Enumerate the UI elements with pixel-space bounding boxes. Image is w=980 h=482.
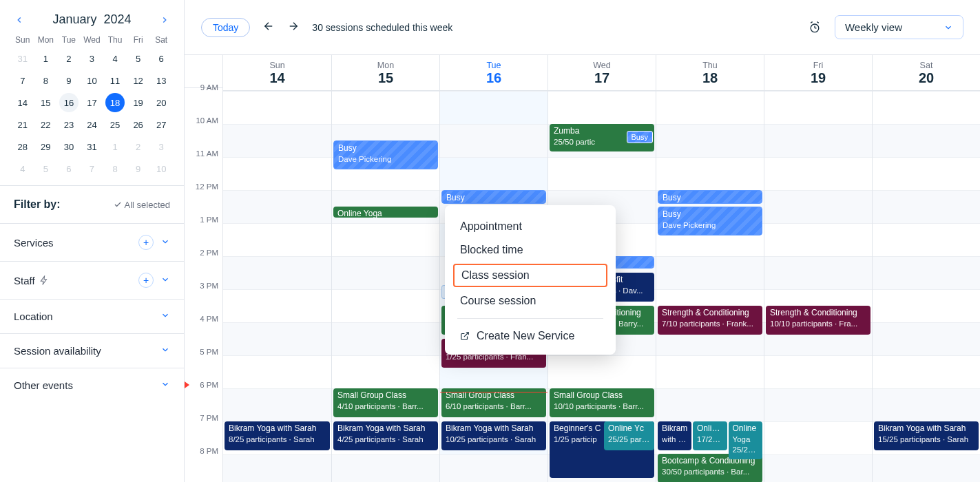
calendar-event[interactable]: Small Group Class10/10 participants · Ba… <box>550 388 654 417</box>
day-column[interactable]: Bikram Yoga with Sarah8/25 participants … <box>223 91 331 482</box>
mini-calendar-day[interactable]: 8 <box>36 71 55 90</box>
filter-services[interactable]: Services + <box>0 223 184 261</box>
mini-calendar-day[interactable]: 27 <box>152 115 171 134</box>
mini-calendar-day[interactable]: 1 <box>36 49 55 68</box>
day-column[interactable]: Strength & Conditioning10/10 participant… <box>764 91 872 482</box>
day-column[interactable]: Bikram Yoga with Sarah15/25 participants… <box>872 91 980 482</box>
mini-calendar-day[interactable]: 28 <box>13 137 32 156</box>
view-selector[interactable]: Weekly view <box>835 15 963 39</box>
mini-calendar-day[interactable]: 13 <box>152 71 171 90</box>
now-indicator <box>185 381 189 388</box>
filter-staff[interactable]: Staff + <box>0 261 184 299</box>
popup-create-new-service[interactable]: Create New Service <box>445 324 616 348</box>
mini-calendar-day[interactable]: 7 <box>13 71 32 90</box>
mini-calendar-day[interactable]: 3 <box>82 49 101 68</box>
filter-location[interactable]: Location <box>0 299 184 333</box>
mini-calendar-day[interactable]: 6 <box>152 49 171 68</box>
add-service-button[interactable]: + <box>138 235 154 250</box>
mini-calendar-day[interactable]: 7 <box>82 159 101 178</box>
popup-appointment[interactable]: Appointment <box>445 215 616 238</box>
mini-calendar-day[interactable]: 29 <box>36 137 55 156</box>
mini-calendar-day[interactable]: 1 <box>105 137 125 156</box>
mini-calendar-day[interactable]: 2 <box>129 137 148 156</box>
mini-calendar-day[interactable]: 11 <box>105 71 125 90</box>
mini-calendar-day[interactable]: 4 <box>13 159 32 178</box>
next-month-button[interactable] <box>158 13 171 27</box>
time-column: 9 AM10 AM11 AM12 PM1 PM2 PM3 PM4 PM5 PM6… <box>185 55 223 482</box>
calendar-event[interactable]: Small Group Class4/10 participants · Bar… <box>333 388 438 417</box>
calendar-event[interactable]: Busy <box>441 190 546 204</box>
popup-class-session[interactable]: Class session <box>453 264 607 287</box>
day-header: Sat20 <box>872 55 980 90</box>
calendar-event[interactable]: BusyDave Pickering <box>658 207 762 235</box>
calendar-event[interactable]: Busy <box>658 190 762 204</box>
calendar-event[interactable]: Bikramwith Sarah <box>658 421 691 450</box>
toolbar: Today 30 sessions scheduled this week We… <box>185 0 980 54</box>
busy-chip[interactable]: Busy <box>627 131 653 143</box>
day-header: Sun14 <box>223 55 331 90</box>
mini-calendar-day[interactable]: 9 <box>129 159 148 178</box>
mini-calendar-day[interactable]: 31 <box>82 137 101 156</box>
day-header: Mon15 <box>331 55 439 90</box>
mini-calendar-day[interactable]: 10 <box>82 71 101 90</box>
calendar-event[interactable]: Online Yoga <box>333 207 438 218</box>
day-column[interactable]: BusyDave PickeringOnline YogaSmall Group… <box>331 91 439 482</box>
mini-calendar-day[interactable]: 24 <box>82 115 101 134</box>
mini-calendar-day[interactable]: 22 <box>36 115 55 134</box>
filter-other-events[interactable]: Other events <box>0 368 184 402</box>
prev-month-button[interactable] <box>12 13 26 27</box>
calendar-event[interactable]: Online Yc25/25 part... <box>604 421 654 450</box>
weekday-label: Wed <box>82 35 103 45</box>
mini-calendar-day[interactable]: 4 <box>105 49 125 68</box>
calendar-event[interactable]: Strength & Conditioning7/10 participants… <box>658 306 762 335</box>
prev-week-button[interactable] <box>262 20 275 34</box>
calendar-event[interactable]: Bikram Yoga with Sarah10/25 participants… <box>441 421 546 450</box>
mini-calendar-day[interactable]: 17 <box>82 93 101 112</box>
mini-calendar-day[interactable]: 18 <box>105 93 125 112</box>
calendar-event[interactable]: BusyDave Pickering <box>333 140 438 169</box>
mini-calendar-day[interactable]: 10 <box>152 159 171 178</box>
mini-calendar-day[interactable]: 15 <box>36 93 55 112</box>
mini-calendar-day[interactable]: 26 <box>129 115 148 134</box>
mini-calendar-day[interactable]: 25 <box>105 115 125 134</box>
weekday-label: Tue <box>59 35 79 45</box>
mini-calendar-day[interactable]: 14 <box>13 93 32 112</box>
mini-calendar-day[interactable]: 2 <box>59 49 79 68</box>
mini-calendar-day[interactable]: 19 <box>129 93 148 112</box>
calendar-event[interactable]: Small Group Class6/10 participants · Bar… <box>441 388 546 417</box>
mini-calendar-day[interactable]: 6 <box>59 159 79 178</box>
mini-calendar-day[interactable]: 23 <box>59 115 79 134</box>
calendar-event[interactable]: Bikram Yoga with Sarah15/25 participants… <box>874 421 979 450</box>
mini-calendar-day[interactable]: 30 <box>59 137 79 156</box>
calendar-event[interactable]: OnlineYoga25/25... <box>729 421 762 459</box>
day-column[interactable]: BusyBusyDave PickeringStrength & Conditi… <box>656 91 764 482</box>
calendar-event[interactable]: Bikram Yoga with Sarah4/25 participants … <box>333 421 438 450</box>
svg-line-6 <box>817 21 819 23</box>
popup-course-session[interactable]: Course session <box>445 289 616 313</box>
mini-calendar-day[interactable]: 9 <box>59 71 79 90</box>
mini-calendar-day[interactable]: 20 <box>152 93 171 112</box>
all-selected-label: All selected <box>114 200 170 210</box>
mini-calendar-day[interactable]: 5 <box>129 49 148 68</box>
mini-calendar-day[interactable]: 8 <box>105 159 125 178</box>
mini-calendar-day[interactable]: 16 <box>59 93 79 112</box>
mini-calendar-day[interactable]: 31 <box>13 49 32 68</box>
calendar-event[interactable]: Online Y17/25 pa <box>693 421 727 450</box>
svg-line-5 <box>811 21 813 23</box>
mini-calendar-day[interactable]: 3 <box>152 137 171 156</box>
mini-calendar-day[interactable]: 21 <box>13 115 32 134</box>
reminder-icon[interactable] <box>807 20 822 35</box>
sidebar: January 2024 SunMonTueWedThuFriSat 31123… <box>0 0 185 482</box>
next-week-button[interactable] <box>287 20 300 34</box>
day-header: Thu18 <box>656 55 764 90</box>
add-staff-button[interactable]: + <box>138 273 154 288</box>
calendar-event[interactable]: Strength & Conditioning10/10 participant… <box>766 306 870 335</box>
month-year-label: January 2024 <box>26 12 158 27</box>
calendar-event[interactable]: Bikram Yoga with Sarah8/25 participants … <box>225 421 330 450</box>
mini-calendar-day[interactable]: 5 <box>36 159 55 178</box>
popup-blocked-time[interactable]: Blocked time <box>445 238 616 262</box>
chevron-down-icon <box>160 345 170 357</box>
today-button[interactable]: Today <box>201 18 250 37</box>
filter-availability[interactable]: Session availability <box>0 333 184 368</box>
mini-calendar-day[interactable]: 12 <box>129 71 148 90</box>
